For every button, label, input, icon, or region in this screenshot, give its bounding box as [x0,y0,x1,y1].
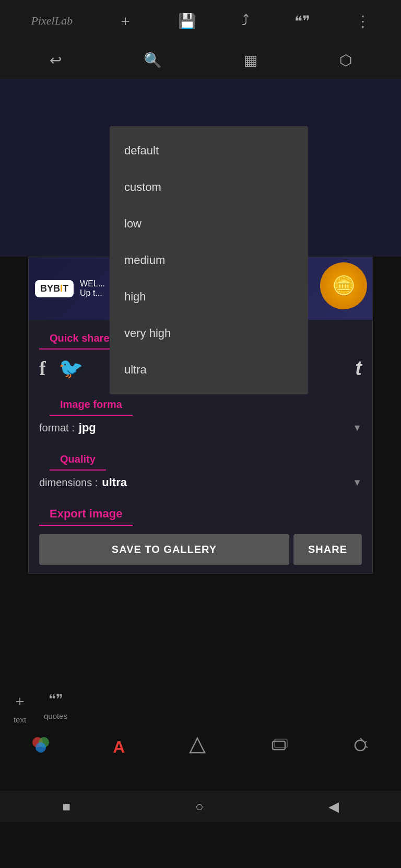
svg-point-6 [355,740,365,751]
twitter-icon[interactable]: 🐦 [58,357,83,380]
tool-quotes[interactable]: ❝❞ quotes [44,691,67,720]
zoom-in-icon[interactable]: 🔍 [144,52,162,69]
shape-icon[interactable] [188,736,207,758]
nav-stop-button[interactable]: ■ [62,799,70,815]
quote-icon[interactable]: ❝❞ [294,13,310,30]
dimensions-row: dimensions : ultra ▼ [29,471,372,495]
dropdown-item-very-high[interactable]: very high [110,315,308,352]
share-button[interactable]: SHARE [293,534,362,565]
save-to-gallery-button[interactable]: SAVE TO GALLERY [39,534,289,565]
bottom-tools-bar: ＋ text ❝❞ quotes [0,681,401,728]
save-icon[interactable]: 💾 [178,13,196,30]
undo-icon[interactable]: ↩ [50,52,62,69]
export-image-label: Export image [39,500,133,526]
nav-back-button[interactable]: ◀ [328,799,339,815]
dropdown-item-high[interactable]: high [110,279,308,315]
coin-icon: 🪙 [320,262,367,309]
svg-point-2 [36,742,46,753]
image-format-label: Image forma [50,391,133,416]
buttons-row: SAVE TO GALLERY SHARE [29,526,372,573]
tool-text[interactable]: ＋ text [13,691,27,724]
share-icon[interactable]: ⤴ [242,13,249,29]
banner-text: WEL... Up t... [80,279,105,298]
layers-icon[interactable]: ⬡ [339,52,352,69]
dropdown-item-medium[interactable]: medium [110,242,308,279]
more-icon[interactable]: ⋮ [356,13,370,30]
quality-dropdown: default custom low medium high very high… [110,126,308,394]
facebook-icon[interactable]: f [39,357,46,380]
dropdown-item-custom[interactable]: custom [110,169,308,206]
format-label-text: format : [39,422,75,434]
effects-icon[interactable] [351,736,370,758]
image-format-section: Image forma format : jpg ▼ [29,387,372,444]
bybit-logo: BYBIT [35,280,74,297]
bottom-icons-row: A [0,730,401,765]
dropdown-item-default[interactable]: default [110,132,308,169]
tumblr-icon[interactable]: t [355,357,362,380]
dimensions-value: ultra [102,476,127,489]
app-logo: PixelLab [31,14,72,28]
android-nav-bar: ■ ○ ◀ [0,791,401,822]
nav-home-button[interactable]: ○ [195,799,204,815]
format-row: format : jpg ▼ [39,416,362,440]
quality-label: Quality [50,446,106,471]
color-wheel-icon[interactable] [31,736,50,758]
quotes-label: quotes [44,712,67,720]
layers2-icon[interactable] [269,736,288,758]
top-toolbar: PixelLab ＋ 💾 ⤴ ❝❞ ⋮ [0,0,401,42]
main-content: BYBIT WEL... Up t... 🪙 Quick share f 🐦 t… [0,79,401,822]
dimensions-label-text: dimensions : [39,477,98,489]
quotes-icon: ❝❞ [49,691,63,707]
svg-line-8 [364,741,367,743]
dropdown-item-low[interactable]: low [110,206,308,242]
text-label: text [14,715,26,724]
dropdown-item-ultra[interactable]: ultra [110,352,308,388]
grid-icon[interactable]: ▦ [244,52,257,69]
dimensions-dropdown-arrow[interactable]: ▼ [352,477,362,488]
quick-share-label: Quick share [39,325,120,349]
format-value: jpg [79,421,96,435]
font-icon[interactable]: A [113,738,125,757]
add-text-icon: ＋ [13,691,27,711]
second-toolbar: ↩ 🔍 ▦ ⬡ [0,42,401,79]
svg-marker-3 [190,738,205,753]
add-icon[interactable]: ＋ [118,11,133,31]
format-dropdown-arrow[interactable]: ▼ [352,423,362,433]
